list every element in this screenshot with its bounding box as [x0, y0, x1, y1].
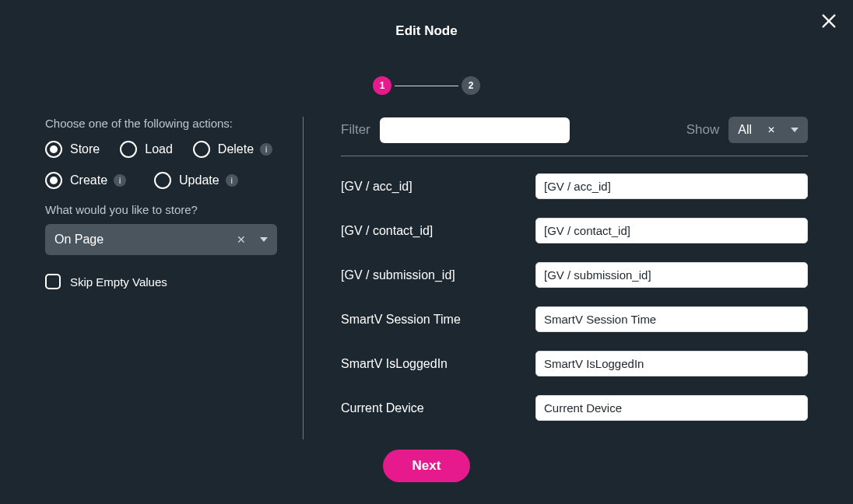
field-label: SmartV Session Time: [341, 313, 535, 327]
action-radio-delete[interactable]: Delete i: [193, 141, 272, 158]
show-label: Show: [686, 122, 720, 138]
action-radio-store[interactable]: Store: [45, 141, 100, 158]
radio-label: Load: [145, 142, 173, 156]
chevron-down-icon: [791, 128, 799, 132]
radio-icon: [193, 141, 210, 158]
chevron-down-icon: [260, 237, 268, 242]
radio-label: Store: [70, 142, 100, 156]
radio-label: Update: [179, 173, 219, 187]
radio-icon: [120, 141, 137, 158]
clear-icon[interactable]: ✕: [237, 233, 246, 246]
store-target-select[interactable]: On Page ✕: [45, 224, 277, 255]
right-panel: Filter Show All ✕ [GV / acc_id] [GV / co…: [304, 117, 853, 439]
info-icon[interactable]: i: [114, 174, 126, 187]
action-instruction: Choose one of the following actions:: [45, 117, 278, 130]
divider: [341, 156, 808, 156]
field-row: SmartV IsLoggedIn: [341, 351, 808, 376]
field-label: [GV / contact_id]: [341, 224, 535, 238]
checkbox-icon: [45, 274, 61, 289]
field-label: Current Device: [341, 401, 535, 415]
field-row: Current Device: [341, 395, 808, 421]
filter-label: Filter: [341, 122, 370, 138]
store-question: What would you like to store?: [45, 203, 278, 216]
field-input[interactable]: [535, 306, 808, 332]
clear-icon[interactable]: ✕: [767, 124, 775, 135]
filter-input[interactable]: [380, 117, 570, 143]
field-label: [GV / acc_id]: [341, 180, 535, 194]
action-radio-create[interactable]: Create i: [45, 172, 126, 189]
select-value: On Page: [54, 233, 104, 247]
radio-label: Delete: [218, 142, 254, 156]
step-connector: [395, 86, 458, 86]
next-button[interactable]: Next: [383, 450, 470, 482]
step-1[interactable]: 1: [373, 76, 391, 95]
fields-list: [GV / acc_id] [GV / contact_id] [GV / su…: [341, 173, 808, 439]
stepper: 1 2: [0, 76, 853, 95]
radio-icon: [45, 172, 62, 189]
field-label: [GV / submission_id]: [341, 268, 535, 282]
field-row: [GV / submission_id]: [341, 262, 808, 288]
modal-title: Edit Node: [0, 0, 853, 39]
field-input[interactable]: [535, 262, 808, 288]
info-icon[interactable]: i: [226, 174, 238, 187]
field-input[interactable]: [535, 173, 808, 199]
radio-icon: [45, 141, 62, 158]
field-label: SmartV IsLoggedIn: [341, 357, 535, 371]
skip-empty-checkbox[interactable]: Skip Empty Values: [45, 274, 278, 289]
field-row: [GV / contact_id]: [341, 218, 808, 243]
step-2[interactable]: 2: [462, 76, 480, 95]
action-radio-update[interactable]: Update i: [154, 172, 238, 189]
radio-icon: [154, 172, 171, 189]
field-input[interactable]: [535, 351, 808, 376]
field-row: SmartV Session Time: [341, 306, 808, 332]
close-icon[interactable]: [820, 12, 837, 30]
field-input[interactable]: [535, 395, 808, 421]
show-select[interactable]: All ✕: [728, 117, 808, 143]
left-panel: Choose one of the following actions: Sto…: [0, 117, 304, 439]
radio-label: Create: [70, 173, 107, 187]
select-value: All: [738, 123, 752, 137]
action-radio-load[interactable]: Load: [120, 141, 173, 158]
field-row: [GV / acc_id]: [341, 173, 808, 199]
checkbox-label: Skip Empty Values: [70, 275, 167, 289]
info-icon[interactable]: i: [260, 143, 272, 156]
field-input[interactable]: [535, 218, 808, 243]
